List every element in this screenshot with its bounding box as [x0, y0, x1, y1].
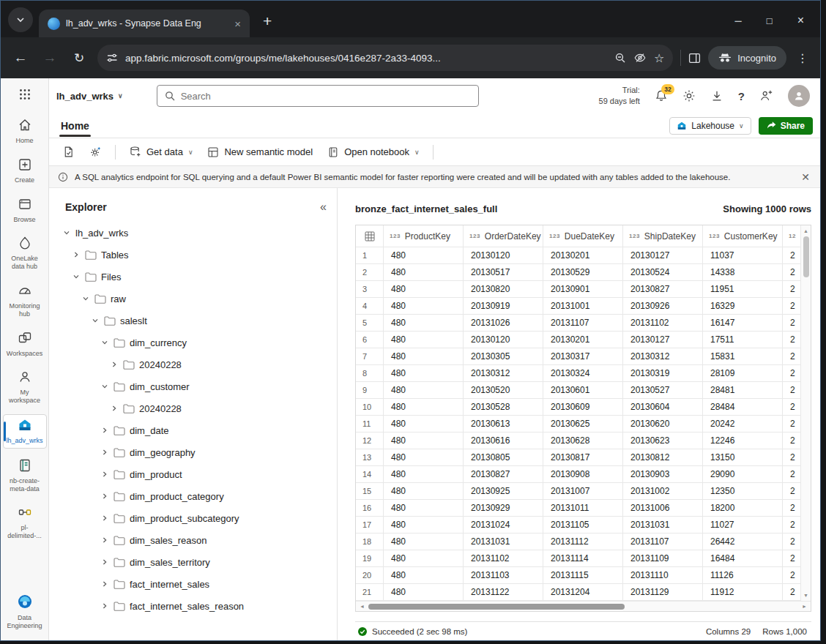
cell[interactable]: 11951	[703, 281, 783, 298]
cell[interactable]: 13150	[703, 449, 783, 466]
cell[interactable]: 20131103	[464, 567, 543, 584]
row-number-cell[interactable]: 18	[356, 533, 384, 550]
cell[interactable]: 20130127	[623, 332, 703, 348]
search-input[interactable]	[181, 91, 471, 102]
rail-item-nb-create-meta-data[interactable]: nb-create-meta-data	[3, 455, 47, 496]
downloads-button[interactable]	[710, 89, 723, 102]
row-number-cell[interactable]: 21	[356, 584, 384, 601]
tree-item-dim-customer[interactable]: dim_customer	[49, 375, 337, 397]
cell-partial[interactable]: 2	[783, 332, 800, 348]
row-number-cell[interactable]: 2	[356, 264, 384, 281]
rail-item-onelake-data-hub[interactable]: OneLake data hub	[3, 233, 47, 274]
tree-item-saleslt[interactable]: saleslt	[49, 310, 337, 332]
cell[interactable]: 20130908	[543, 466, 623, 483]
cell[interactable]: 20130317	[543, 348, 623, 365]
cell[interactable]: 20130929	[464, 500, 543, 517]
tree-item-tables[interactable]: Tables	[49, 244, 337, 266]
chevron-down-icon[interactable]	[81, 295, 90, 302]
row-number-cell[interactable]: 6	[356, 332, 384, 348]
row-number-cell[interactable]: 3	[356, 281, 384, 298]
column-header-orderdatekey[interactable]: 123OrderDateKey	[464, 225, 543, 247]
cell[interactable]: 20130926	[623, 298, 703, 315]
scroll-left-icon[interactable]: ◄	[356, 604, 368, 609]
cell[interactable]: 480	[384, 399, 464, 416]
cell[interactable]: 20131031	[623, 517, 703, 533]
cell[interactable]: 11037	[703, 247, 783, 264]
tree-item-fact-internet-sales-reason[interactable]: fact_internet_sales_reason	[49, 595, 337, 617]
cell[interactable]: 29090	[703, 466, 783, 483]
cell[interactable]: 480	[384, 298, 464, 315]
cell[interactable]: 20130613	[464, 416, 543, 433]
cell[interactable]: 480	[384, 449, 464, 466]
settings-doc-button[interactable]	[56, 142, 81, 162]
url-bar[interactable]: app.fabric.microsoft.com/groups/me/lakeh…	[97, 45, 673, 71]
cell[interactable]: 15831	[703, 348, 783, 365]
cell[interactable]: 20131204	[543, 584, 623, 601]
cell[interactable]: 26442	[703, 533, 783, 550]
row-number-cell[interactable]: 8	[356, 365, 384, 382]
cell[interactable]: 20130529	[543, 264, 623, 281]
column-header-productkey[interactable]: 123ProductKey	[384, 225, 464, 247]
chevron-right-icon[interactable]	[100, 580, 109, 588]
chevron-right-icon[interactable]	[72, 251, 81, 258]
feedback-button[interactable]	[759, 89, 773, 102]
cell[interactable]: 480	[384, 433, 464, 449]
tree-item-dim-date[interactable]: dim_date	[49, 419, 337, 441]
rail-item-pl-delimited-[interactable]: pl-delimited-...	[3, 502, 47, 543]
chevron-right-icon[interactable]	[100, 558, 109, 566]
row-number-cell[interactable]: 4	[356, 298, 384, 315]
row-number-cell[interactable]: 1	[356, 247, 384, 264]
row-number-cell[interactable]: 11	[356, 416, 384, 433]
cell[interactable]: 480	[384, 332, 464, 348]
row-number-cell[interactable]: 12	[356, 433, 384, 449]
cell[interactable]: 20130820	[464, 281, 543, 298]
cell[interactable]: 480	[384, 466, 464, 483]
cell[interactable]: 20130903	[623, 466, 703, 483]
zoom-icon[interactable]	[614, 52, 626, 64]
row-number-cell[interactable]: 15	[356, 483, 384, 500]
cell[interactable]: 20131026	[464, 315, 543, 332]
cell[interactable]: 20130524	[623, 264, 703, 281]
cell[interactable]: 17511	[703, 332, 783, 348]
side-panel-icon[interactable]	[688, 52, 701, 64]
row-number-cell[interactable]: 14	[356, 466, 384, 483]
cell[interactable]: 20130623	[623, 433, 703, 449]
cell-partial[interactable]: 2	[783, 264, 800, 281]
cell[interactable]: 28481	[703, 382, 783, 399]
cell-partial[interactable]: 2	[783, 483, 800, 500]
cell[interactable]: 20130609	[543, 399, 623, 416]
cell-partial[interactable]: 2	[783, 281, 800, 298]
cell[interactable]: 20131024	[464, 517, 543, 533]
tree-item-raw[interactable]: raw	[49, 288, 337, 310]
row-number-cell[interactable]: 13	[356, 449, 384, 466]
cell[interactable]: 28484	[703, 399, 783, 416]
cell[interactable]: 16484	[703, 550, 783, 567]
share-button[interactable]: Share	[759, 117, 813, 135]
chevron-down-icon[interactable]	[100, 383, 109, 390]
site-settings-icon[interactable]	[106, 52, 118, 64]
cell[interactable]: 480	[384, 567, 464, 584]
cell[interactable]: 20131102	[464, 550, 543, 567]
cell[interactable]: 20131105	[543, 517, 623, 533]
cell[interactable]: 20130517	[464, 264, 543, 281]
collapse-panel-icon[interactable]: «	[320, 201, 327, 214]
cell[interactable]: 20242	[703, 416, 783, 433]
scroll-up-icon[interactable]: ▲	[803, 225, 808, 236]
refresh-icon[interactable]: ↻	[68, 50, 90, 66]
cell[interactable]: 20130312	[623, 348, 703, 365]
cell[interactable]: 20130604	[623, 399, 703, 416]
cell-partial[interactable]: 2	[783, 365, 800, 382]
chevron-down-icon[interactable]	[62, 229, 71, 236]
cell[interactable]: 480	[384, 584, 464, 601]
cell-partial[interactable]: 2	[783, 433, 800, 449]
cell[interactable]: 20131011	[543, 500, 623, 517]
chevron-right-icon[interactable]	[100, 514, 109, 522]
back-icon[interactable]: ←	[10, 50, 31, 66]
cell-partial[interactable]: 2	[783, 247, 800, 264]
cell[interactable]: 20131114	[543, 550, 623, 567]
cell[interactable]: 20130817	[543, 449, 623, 466]
column-header-customerkey[interactable]: 123CustomerKey	[703, 225, 783, 247]
chevron-right-icon[interactable]	[110, 405, 119, 412]
cell[interactable]: 20130616	[464, 433, 543, 449]
cell-partial[interactable]: 2	[783, 449, 800, 466]
